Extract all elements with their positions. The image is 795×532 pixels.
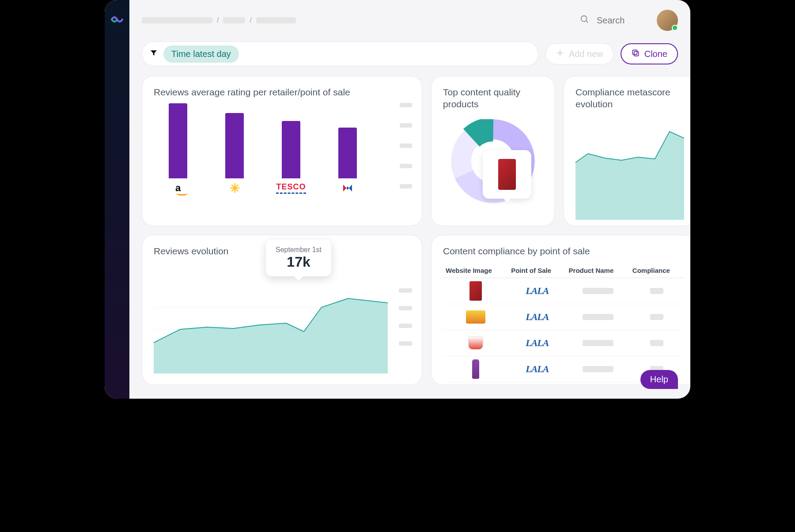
- toolbar: Time latest day Add new Clone: [142, 42, 678, 66]
- clone-button[interactable]: Clone: [621, 43, 678, 64]
- product-image-icon: [498, 159, 516, 190]
- product-thumb-icon: [468, 336, 483, 350]
- filter-pill-time[interactable]: Time latest day: [163, 45, 239, 63]
- copy-icon: [631, 49, 640, 60]
- breadcrumb: / /: [142, 16, 572, 24]
- amazon-logo-icon: a: [175, 182, 181, 194]
- svg-rect-4: [634, 51, 638, 56]
- topbar: / /: [142, 10, 678, 31]
- product-thumb-icon: [469, 281, 482, 301]
- product-thumb-icon: [472, 359, 479, 379]
- tooltip-value: 17k: [276, 254, 322, 270]
- card-title: Content compliance by point of sale: [443, 245, 684, 257]
- filter-icon: [150, 49, 157, 59]
- th-point-of-sale: Point of Sale: [508, 263, 566, 278]
- card-top-content-quality: Top content quality products: [431, 76, 555, 226]
- bar-tesco[interactable]: [282, 121, 300, 178]
- compliance-table: Website Image Point of Sale Product Name…: [443, 263, 684, 382]
- chart-tooltip: September 1st 17k: [266, 240, 331, 276]
- table-row[interactable]: LALA: [443, 304, 684, 330]
- card-title: Reviews average rating per retailer/poin…: [154, 86, 410, 98]
- tesco-logo-icon: TESCO: [276, 182, 306, 194]
- th-website-image: Website Image: [443, 263, 508, 278]
- skeleton: [583, 366, 613, 372]
- skeleton: [583, 288, 613, 294]
- bar-carrefour[interactable]: [338, 128, 357, 178]
- filter-bar[interactable]: Time latest day: [142, 42, 538, 66]
- bar-chart: a ✳ TESCO: [154, 106, 410, 194]
- svg-rect-5: [632, 50, 637, 54]
- card-title: Compliance metascore evolution: [575, 86, 684, 110]
- skeleton: [583, 314, 613, 320]
- table-row[interactable]: LALA: [443, 278, 684, 304]
- search-icon: [580, 15, 590, 26]
- svg-line-1: [586, 20, 588, 23]
- product-thumb-icon: [466, 310, 485, 324]
- search-input[interactable]: [596, 15, 649, 26]
- card-compliance-metascore: Compliance metascore evolution: [564, 76, 690, 226]
- area-chart: [575, 118, 684, 220]
- search[interactable]: [580, 15, 649, 26]
- add-new-button[interactable]: Add new: [545, 43, 613, 64]
- legend-placeholder: [400, 103, 412, 189]
- product-tooltip: [483, 150, 531, 199]
- bar-walmart[interactable]: [225, 113, 244, 178]
- bar-amazon[interactable]: [169, 103, 187, 178]
- clone-label: Clone: [644, 49, 667, 59]
- pos-logo-icon: LALA: [526, 285, 549, 296]
- tooltip-date: September 1st: [276, 246, 322, 254]
- avatar[interactable]: [657, 10, 678, 31]
- th-product-name: Product Name: [566, 263, 630, 278]
- skeleton: [650, 314, 663, 320]
- online-status-dot: [672, 25, 678, 31]
- card-content-compliance: Content compliance by point of sale Webs…: [431, 235, 690, 385]
- th-compliance: Compliance: [630, 263, 684, 278]
- card-reviews-evolution: Reviews evolution September 1st 17k: [142, 235, 422, 385]
- app-logo-icon: [110, 12, 124, 26]
- card-title: Top content quality products: [443, 86, 543, 110]
- area-chart: [154, 281, 388, 374]
- pos-logo-icon: LALA: [526, 311, 549, 322]
- walmart-logo-icon: ✳: [230, 181, 240, 196]
- pos-logo-icon: LALA: [526, 337, 549, 348]
- plus-icon: [556, 49, 564, 60]
- legend-placeholder: [399, 288, 412, 346]
- card-reviews-rating: Reviews average rating per retailer/poin…: [142, 76, 422, 226]
- skeleton: [650, 340, 663, 346]
- skeleton: [583, 340, 613, 346]
- carrefour-logo-icon: [342, 184, 353, 192]
- table-row[interactable]: LALA: [443, 330, 684, 356]
- pos-logo-icon: LALA: [526, 363, 549, 374]
- help-button[interactable]: Help: [640, 370, 678, 389]
- skeleton: [650, 288, 663, 294]
- sidebar: [105, 0, 129, 399]
- add-new-label: Add new: [569, 49, 603, 59]
- svg-point-0: [581, 15, 587, 21]
